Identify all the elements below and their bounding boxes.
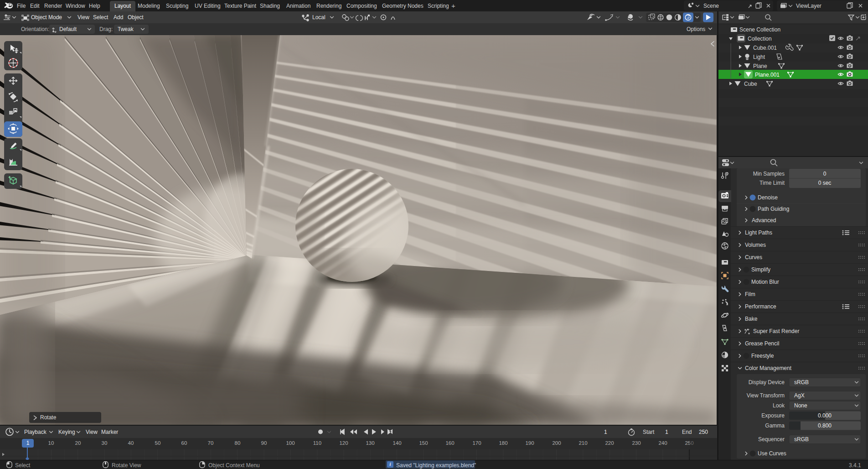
svg-text:sRGB: sRGB (794, 436, 809, 443)
svg-text:Scene Collection: Scene Collection (739, 26, 780, 33)
svg-text:Look: Look (773, 402, 785, 409)
svg-text:Orientation:: Orientation: (21, 26, 49, 32)
svg-text:Add: Add (114, 14, 123, 21)
svg-text:Object Mode: Object Mode (31, 14, 62, 21)
svg-text:Performance: Performance (745, 303, 776, 310)
svg-text:Collection: Collection (748, 36, 772, 42)
svg-text:Advanced: Advanced (752, 217, 776, 224)
svg-text:Volumes: Volumes (745, 242, 766, 248)
svg-text:Select: Select (93, 14, 108, 21)
svg-text:Gamma: Gamma (765, 422, 785, 429)
svg-text:Path Guiding: Path Guiding (758, 206, 789, 212)
svg-text:sRGB: sRGB (794, 379, 809, 386)
svg-text:Exposure: Exposure (761, 412, 785, 419)
svg-text:Cube.001: Cube.001 (753, 45, 777, 51)
svg-text:Min Samples: Min Samples (753, 171, 785, 177)
svg-text:Cube: Cube (744, 81, 757, 87)
svg-text:View: View (86, 429, 98, 435)
svg-text:Display Device: Display Device (749, 379, 785, 386)
svg-text:Default: Default (59, 26, 77, 32)
svg-text:Bake: Bake (745, 316, 758, 322)
svg-text:Drag:: Drag: (99, 26, 113, 32)
svg-text:Tweak: Tweak (118, 26, 134, 32)
svg-text:Curves: Curves (745, 254, 762, 261)
svg-text:Denoise: Denoise (758, 194, 778, 201)
svg-text:Simplify: Simplify (751, 266, 770, 273)
svg-text:0.000: 0.000 (818, 412, 832, 419)
svg-text:Marker: Marker (101, 429, 118, 435)
svg-text:Object: Object (128, 14, 144, 21)
svg-text:Light: Light (753, 54, 765, 60)
svg-text:Playback: Playback (24, 429, 47, 435)
svg-text:AgX: AgX (794, 392, 805, 399)
svg-text:0.800: 0.800 (818, 422, 832, 429)
svg-text:Film: Film (745, 291, 755, 297)
svg-text:Plane.001: Plane.001 (755, 72, 780, 78)
svg-text:Light Paths: Light Paths (745, 229, 772, 236)
svg-text:Scene: Scene (703, 3, 719, 9)
svg-text:Time Limit: Time Limit (760, 180, 785, 186)
svg-text:Freestyle: Freestyle (751, 353, 774, 359)
svg-text:Color Management: Color Management (745, 365, 792, 371)
svg-text:Sequencer: Sequencer (758, 436, 785, 443)
svg-text:None: None (794, 402, 807, 409)
svg-text:Plane: Plane (753, 63, 767, 69)
svg-text:Grease Pencil: Grease Pencil (745, 340, 779, 347)
svg-text:View Transform: View Transform (747, 392, 785, 399)
svg-text:Local: Local (312, 14, 326, 21)
svg-text:Super Fast Render: Super Fast Render (753, 328, 799, 334)
svg-text:0 sec: 0 sec (818, 180, 832, 186)
svg-text:View: View (78, 14, 89, 21)
svg-text:0: 0 (823, 171, 827, 177)
svg-text:ViewLayer: ViewLayer (796, 3, 822, 9)
svg-text:Keying: Keying (58, 429, 75, 435)
svg-text:Motion Blur: Motion Blur (751, 279, 779, 285)
svg-text:Use Curves: Use Curves (758, 450, 786, 457)
